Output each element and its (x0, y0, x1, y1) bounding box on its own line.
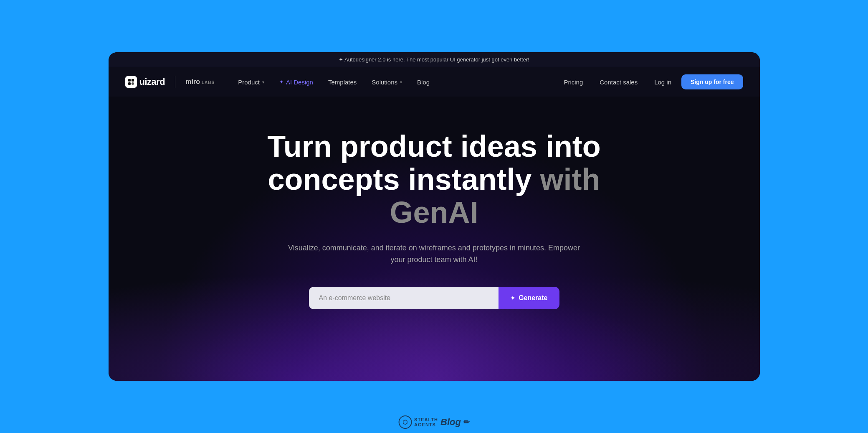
nav-login[interactable]: Log in (648, 75, 678, 89)
sign-up-button[interactable]: Sign up for free (681, 74, 743, 89)
generate-input[interactable] (309, 287, 499, 309)
svg-rect-2 (128, 82, 131, 85)
nav-pricing[interactable]: Pricing (557, 75, 590, 89)
svg-rect-1 (132, 79, 134, 82)
miro-logo[interactable]: miro LABS (185, 78, 215, 86)
hero-section: Turn product ideas into concepts instant… (109, 97, 760, 381)
hero-title: Turn product ideas into concepts instant… (246, 130, 622, 229)
pen-icon: ✏ (463, 418, 470, 427)
nav-links: Product ▾ ✦ AI Design Templates Solution… (231, 75, 557, 89)
logo-divider (175, 76, 175, 88)
generate-area: ✦ Generate (309, 287, 559, 309)
generate-button[interactable]: ✦ Generate (499, 287, 559, 309)
nav-right: Pricing Contact sales Log in Sign up for… (557, 74, 743, 89)
uizard-logo-text: uizard (139, 76, 165, 87)
nav-templates[interactable]: Templates (321, 75, 363, 89)
watermark-footer: ⬡ STEALTH AGENTS Blog ✏ (398, 415, 470, 429)
watermark-badge: ⬡ STEALTH AGENTS Blog ✏ (398, 415, 470, 429)
svg-rect-0 (128, 79, 131, 82)
miro-logo-text: miro (185, 78, 200, 86)
nav-product[interactable]: Product ▾ (231, 75, 271, 89)
labs-text: LABS (202, 80, 215, 85)
generate-sparkle-icon: ✦ (510, 295, 515, 301)
chevron-down-icon-solutions: ▾ (400, 80, 402, 84)
banner-text: ✦ Autodesigner 2.0 is here. The most pop… (339, 56, 529, 63)
watermark-shield-icon: ⬡ (398, 415, 412, 429)
main-container: ✦ Autodesigner 2.0 is here. The most pop… (109, 52, 760, 381)
announcement-banner: ✦ Autodesigner 2.0 is here. The most pop… (109, 52, 760, 67)
uizard-logo[interactable]: uizard (125, 76, 165, 88)
nav-solutions[interactable]: Solutions ▾ (365, 75, 409, 89)
logo-area: uizard miro LABS (125, 76, 215, 88)
hero-title-line2-white: concepts instantly (268, 163, 531, 196)
hero-title-line1: Turn product ideas into (267, 130, 601, 163)
watermark-text: STEALTH AGENTS (414, 417, 438, 427)
svg-point-3 (132, 82, 134, 85)
nav-ai-design[interactable]: ✦ AI Design (273, 75, 320, 89)
chevron-down-icon: ▾ (262, 80, 264, 84)
hero-subtitle: Visualize, communicate, and iterate on w… (288, 242, 580, 266)
nav-contact-sales[interactable]: Contact sales (593, 75, 644, 89)
sparkle-icon: ✦ (279, 79, 283, 85)
logo-icon (125, 76, 137, 88)
navbar: uizard miro LABS Product ▾ ✦ AI Design T… (109, 67, 760, 97)
nav-blog[interactable]: Blog (410, 75, 436, 89)
